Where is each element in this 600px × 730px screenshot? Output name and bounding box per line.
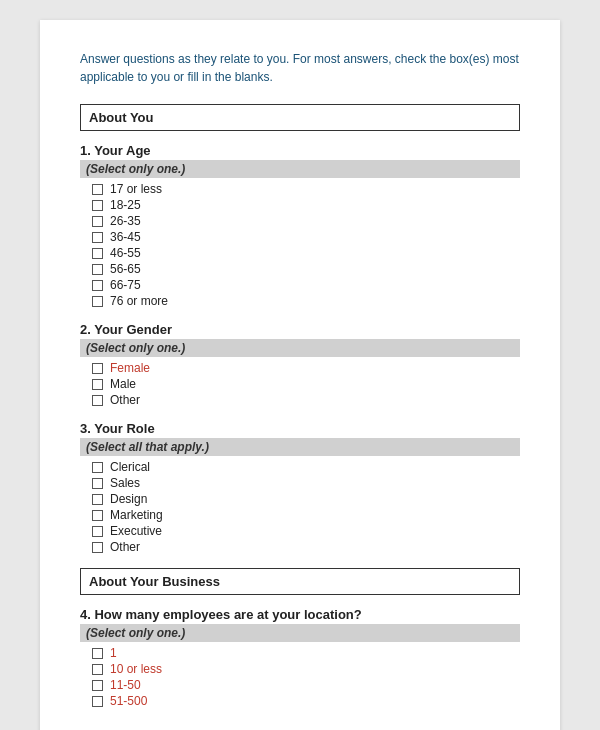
survey-page: Answer questions as they relate to you. … (40, 20, 560, 730)
checkbox-icon[interactable] (92, 696, 103, 707)
option-label: 66-75 (110, 278, 141, 292)
list-item[interactable]: 26-35 (92, 214, 520, 228)
list-item[interactable]: 11-50 (92, 678, 520, 692)
list-item[interactable]: Sales (92, 476, 520, 490)
option-label: Male (110, 377, 136, 391)
question-title: 2. Your Gender (80, 322, 520, 337)
question-instruction: (Select only one.) (80, 160, 520, 178)
checkbox-icon[interactable] (92, 280, 103, 291)
list-item[interactable]: Other (92, 540, 520, 554)
option-label: 10 or less (110, 662, 162, 676)
option-list: ClericalSalesDesignMarketingExecutiveOth… (80, 460, 520, 554)
checkbox-icon[interactable] (92, 216, 103, 227)
list-item[interactable]: 76 or more (92, 294, 520, 308)
section-title-about-business: About Your Business (89, 574, 511, 589)
list-item[interactable]: 66-75 (92, 278, 520, 292)
list-item[interactable]: 17 or less (92, 182, 520, 196)
checkbox-icon[interactable] (92, 363, 103, 374)
checkbox-icon[interactable] (92, 232, 103, 243)
question-block: 1. Your Age(Select only one.)17 or less1… (80, 143, 520, 308)
option-label: 17 or less (110, 182, 162, 196)
list-item[interactable]: Male (92, 377, 520, 391)
checkbox-icon[interactable] (92, 494, 103, 505)
option-label: Female (110, 361, 150, 375)
list-item[interactable]: Executive (92, 524, 520, 538)
checkbox-icon[interactable] (92, 248, 103, 259)
intro-text: Answer questions as they relate to you. … (80, 50, 520, 86)
option-list: 17 or less18-2526-3536-4546-5556-6566-75… (80, 182, 520, 308)
list-item[interactable]: Other (92, 393, 520, 407)
question-instruction: (Select only one.) (80, 339, 520, 357)
option-label: Marketing (110, 508, 163, 522)
question-block: 2. Your Gender(Select only one.)FemaleMa… (80, 322, 520, 407)
list-item[interactable]: Female (92, 361, 520, 375)
option-label: Executive (110, 524, 162, 538)
question-instruction: (Select all that apply.) (80, 438, 520, 456)
question-block: 4. How many employees are at your locati… (80, 607, 520, 708)
section-title-about-you: About You (89, 110, 511, 125)
option-label: 26-35 (110, 214, 141, 228)
option-label: 46-55 (110, 246, 141, 260)
checkbox-icon[interactable] (92, 478, 103, 489)
section-box-about-you: About You (80, 104, 520, 131)
checkbox-icon[interactable] (92, 395, 103, 406)
question-block: 3. Your Role(Select all that apply.)Cler… (80, 421, 520, 554)
checkbox-icon[interactable] (92, 264, 103, 275)
list-item[interactable]: 1 (92, 646, 520, 660)
option-label: Other (110, 540, 140, 554)
list-item[interactable]: Design (92, 492, 520, 506)
option-label: 1 (110, 646, 117, 660)
option-label: Design (110, 492, 147, 506)
question-title: 4. How many employees are at your locati… (80, 607, 520, 622)
list-item[interactable]: 56-65 (92, 262, 520, 276)
option-list: 110 or less11-5051-500 (80, 646, 520, 708)
checkbox-icon[interactable] (92, 526, 103, 537)
question-title: 3. Your Role (80, 421, 520, 436)
option-label: 18-25 (110, 198, 141, 212)
list-item[interactable]: 51-500 (92, 694, 520, 708)
option-label: Sales (110, 476, 140, 490)
option-list: FemaleMaleOther (80, 361, 520, 407)
checkbox-icon[interactable] (92, 510, 103, 521)
option-label: Other (110, 393, 140, 407)
question-instruction: (Select only one.) (80, 624, 520, 642)
checkbox-icon[interactable] (92, 184, 103, 195)
checkbox-icon[interactable] (92, 200, 103, 211)
checkbox-icon[interactable] (92, 542, 103, 553)
list-item[interactable]: 46-55 (92, 246, 520, 260)
section-box-about-business: About Your Business (80, 568, 520, 595)
option-label: 51-500 (110, 694, 147, 708)
option-label: 11-50 (110, 678, 141, 692)
list-item[interactable]: Marketing (92, 508, 520, 522)
checkbox-icon[interactable] (92, 379, 103, 390)
option-label: 36-45 (110, 230, 141, 244)
list-item[interactable]: 36-45 (92, 230, 520, 244)
option-label: 76 or more (110, 294, 168, 308)
checkbox-icon[interactable] (92, 680, 103, 691)
list-item[interactable]: 10 or less (92, 662, 520, 676)
option-label: Clerical (110, 460, 150, 474)
checkbox-icon[interactable] (92, 648, 103, 659)
checkbox-icon[interactable] (92, 296, 103, 307)
checkbox-icon[interactable] (92, 664, 103, 675)
checkbox-icon[interactable] (92, 462, 103, 473)
list-item[interactable]: 18-25 (92, 198, 520, 212)
question-title: 1. Your Age (80, 143, 520, 158)
option-label: 56-65 (110, 262, 141, 276)
list-item[interactable]: Clerical (92, 460, 520, 474)
